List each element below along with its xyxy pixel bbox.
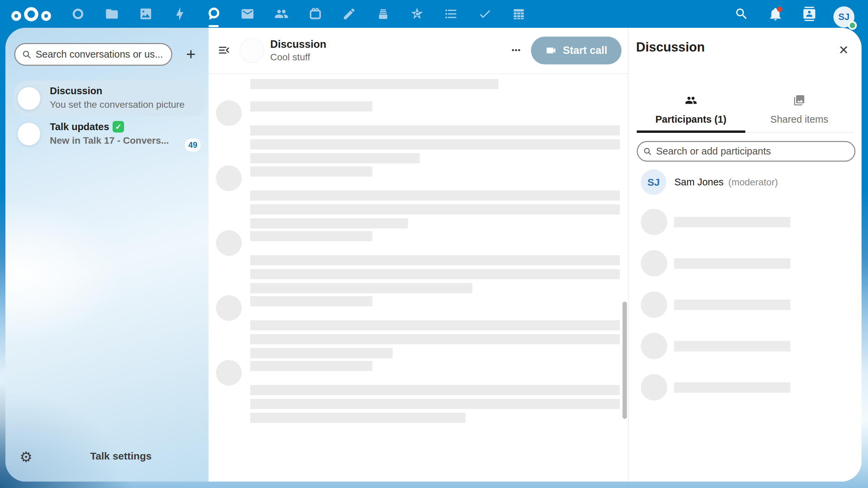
unread-count-badge: 49 <box>185 139 201 151</box>
close-icon[interactable]: ✕ <box>836 43 851 58</box>
details-title: Discussion <box>636 40 705 55</box>
skeleton-avatar <box>216 165 242 191</box>
skeleton-participant-row <box>641 374 810 401</box>
chat-panel: Discussion Cool stuff Start call <box>209 28 628 482</box>
participant-search[interactable] <box>637 141 855 162</box>
search-icon <box>22 50 32 59</box>
collapse-sidebar-icon[interactable] <box>217 43 232 58</box>
app-window: C SJ <box>0 0 868 488</box>
video-camera-icon <box>545 45 557 56</box>
skeleton-avatar <box>216 360 242 386</box>
participant-name: Sam Jones <box>674 177 724 188</box>
contacts-book-icon[interactable] <box>802 6 817 21</box>
conversation-search-input[interactable] <box>36 49 165 60</box>
tasks-icon[interactable] <box>477 6 492 21</box>
svg-text:C: C <box>415 11 419 18</box>
skeleton-avatar <box>216 295 242 321</box>
collectives-icon[interactable]: C <box>410 6 425 21</box>
new-conversation-button[interactable]: + <box>181 45 200 64</box>
skeleton-avatar <box>216 100 242 126</box>
notes-icon[interactable] <box>342 6 357 21</box>
participant-row[interactable]: SJ Sam Jones (moderator) <box>641 169 778 195</box>
dashboard-icon[interactable] <box>71 6 85 21</box>
notification-dot <box>777 7 782 12</box>
verified-check-icon: ✓ <box>113 121 124 133</box>
conversation-avatar <box>240 39 263 62</box>
deck-icon[interactable] <box>376 6 391 21</box>
bell-icon[interactable] <box>768 6 783 21</box>
user-avatar[interactable]: SJ <box>833 6 854 27</box>
message-composer <box>209 435 628 482</box>
participant-avatar: SJ <box>641 169 666 195</box>
skeleton-message-group <box>216 230 628 293</box>
shared-items-icon <box>793 94 805 106</box>
participants-icon <box>685 94 697 106</box>
start-call-button[interactable]: Start call <box>531 37 622 64</box>
tab-shared-items-label: Shared items <box>770 114 828 125</box>
content-frame: + Discussion You set the conversation pi… <box>5 28 862 482</box>
conversation-item-talk-updates[interactable]: Talk updates ✓ New in Talk 17 - Convers.… <box>14 116 205 152</box>
conversation-subtitle: New in Talk 17 - Convers... <box>50 135 185 146</box>
skeleton-participant-row <box>641 209 810 235</box>
conversation-title: Talk updates <box>50 121 109 133</box>
skeleton-participant-row <box>641 333 810 359</box>
details-tabs: Participants (1) Shared items <box>637 89 853 133</box>
conversations-sidebar: + Discussion You set the conversation pi… <box>5 28 209 482</box>
dots-menu-icon[interactable] <box>509 43 524 58</box>
top-bar: C SJ <box>0 0 868 28</box>
skeleton-avatar <box>216 230 242 256</box>
conversation-details-panel: Discussion ✕ Participants (1) Shared ite… <box>628 28 862 482</box>
conversation-subtitle: You set the conversation picture <box>50 99 185 110</box>
chat-scrollbar[interactable] <box>623 302 627 419</box>
skeleton-message-group <box>216 165 628 228</box>
chat-title: Discussion <box>270 38 326 50</box>
conversation-title: Discussion <box>50 85 102 97</box>
conversation-avatar <box>18 123 40 145</box>
tab-participants[interactable]: Participants (1) <box>637 89 745 132</box>
conversation-avatar <box>18 87 40 110</box>
chat-header: Discussion Cool stuff Start call <box>209 28 628 74</box>
skeleton-message-group <box>216 360 628 423</box>
participant-role: (moderator) <box>728 177 778 188</box>
skeleton-participant-row <box>641 291 810 318</box>
talk-settings-label: Talk settings <box>90 450 152 462</box>
skeleton-message-group <box>216 295 628 358</box>
mail-icon[interactable] <box>240 6 255 21</box>
start-call-label: Start call <box>563 44 607 57</box>
forms-icon[interactable] <box>443 6 458 21</box>
conversation-search[interactable] <box>14 43 172 66</box>
files-icon[interactable] <box>104 6 119 21</box>
user-initials: SJ <box>838 12 849 22</box>
search-icon[interactable] <box>734 6 749 21</box>
online-status-dot <box>848 21 857 30</box>
contacts-icon[interactable] <box>274 6 289 21</box>
talk-settings-button[interactable]: ⚙ Talk settings <box>5 448 209 468</box>
activity-icon[interactable] <box>172 6 187 21</box>
photos-icon[interactable] <box>138 6 153 21</box>
skeleton-message-bar <box>250 79 498 89</box>
gear-icon: ⚙ <box>20 449 33 465</box>
tables-icon[interactable] <box>511 6 526 21</box>
nextcloud-logo[interactable] <box>10 6 52 23</box>
skeleton-participant-row <box>641 250 810 277</box>
participant-search-input[interactable] <box>656 146 849 157</box>
talk-icon[interactable] <box>206 6 221 21</box>
tab-participants-label: Participants (1) <box>655 114 727 125</box>
tab-shared-items[interactable]: Shared items <box>745 89 854 132</box>
search-icon <box>643 147 652 156</box>
calendar-icon[interactable] <box>308 6 323 21</box>
chat-subtitle: Cool stuff <box>270 52 326 63</box>
conversation-item-discussion[interactable]: Discussion You set the conversation pict… <box>14 81 205 116</box>
skeleton-message-group <box>216 100 628 163</box>
active-app-indicator <box>209 25 219 27</box>
